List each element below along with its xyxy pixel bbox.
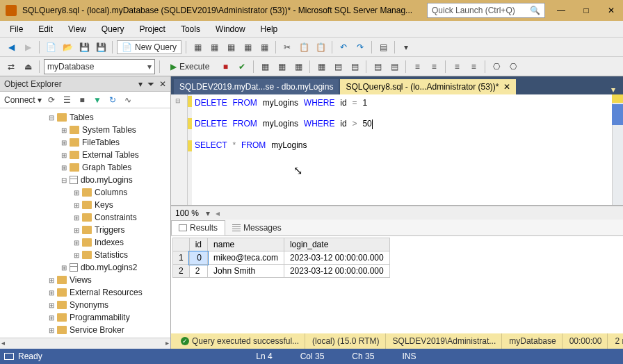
open-button[interactable]: 📂 [60,40,74,54]
tree-triggers[interactable]: ⊞Triggers [0,224,170,236]
oe-filter-icon[interactable]: ☰ [61,94,72,106]
database-combobox[interactable]: myDatabase [44,59,155,74]
quick-launch-input[interactable]: Quick Launch (Ctrl+Q) 🔍 [427,3,545,18]
tree-mylogins[interactable]: ⊟dbo.myLogins [0,174,170,186]
nav-back-button[interactable]: ◀ [4,40,18,54]
hscroll-left-icon[interactable]: ◂ [213,208,222,218]
tab-sqlquery8[interactable]: SQLQuery8.sql - (lo...Administrator (53)… [340,79,515,94]
plan-button-2[interactable]: ▦ [275,60,289,74]
menu-view[interactable]: View [61,23,93,35]
disconnect-button[interactable]: ⏏ [21,60,35,74]
table-row[interactable]: 2 2 John Smith 2023-03-12 00:00:00.000 [173,265,390,278]
menu-query[interactable]: Query [95,23,131,35]
redo-button[interactable]: ↷ [353,40,367,54]
tab-close-icon[interactable]: ✕ [503,82,510,92]
cut-button[interactable]: ✂ [280,40,294,54]
tab-results[interactable]: Results [171,220,225,235]
tree-statistics[interactable]: ⊞Statistics [0,249,170,261]
new-item-button[interactable]: 📄 [44,40,58,54]
execute-button[interactable]: ▶Execute [164,59,216,74]
tab-mylogins-designer[interactable]: SQLDEV2019.myDat...se - dbo.myLogins [174,79,339,94]
selected-cell[interactable]: 0 [189,251,207,265]
oe-sync-icon[interactable]: ↻ [107,94,118,106]
col-login-date[interactable]: login_date [284,238,389,251]
plan-button-3[interactable]: ▦ [291,60,305,74]
copy-button[interactable]: 📋 [297,40,311,54]
oe-filter2-icon[interactable]: ▼ [92,94,103,106]
close-button[interactable]: ✕ [602,3,620,17]
tree-programmability[interactable]: ⊞Programmability [0,311,170,324]
tree-tables[interactable]: ⊟Tables [0,111,170,124]
tb-icon-3[interactable]: ▦ [224,40,238,54]
tree-external-resources[interactable]: ⊞External Resources [0,286,170,299]
menu-edit[interactable]: Edit [31,23,60,35]
menu-window[interactable]: Window [209,23,252,35]
indent-button[interactable]: ≡ [410,60,424,74]
table-row[interactable]: 1 0 mikeo@teca.com 2023-03-12 00:00:00.0… [173,251,390,265]
save-all-button[interactable]: 💾 [94,40,108,54]
menu-help[interactable]: Help [254,23,285,35]
oe-refresh-icon[interactable]: ⟳ [46,94,57,106]
tree-views[interactable]: ⊞Views [0,274,170,286]
zoom-dropdown-icon[interactable]: ▾ [203,208,213,218]
minimize-button[interactable]: — [552,3,570,17]
tree-indexes[interactable]: ⊞Indexes [0,236,170,249]
maximize-button[interactable]: □ [577,3,595,17]
oe-stop-icon[interactable]: ■ [76,94,88,106]
uncomment-button[interactable]: ▤ [387,60,401,74]
plan-button-1[interactable]: ▦ [258,60,272,74]
tree-constraints[interactable]: ⊞Constraints [0,211,170,224]
nav-forward-button[interactable]: ▶ [21,40,35,54]
tree-system-tables[interactable]: ⊞System Tables [0,124,170,136]
tb-icon-1[interactable]: ▦ [191,40,204,54]
oe-activity-icon[interactable]: ∿ [122,94,134,106]
collapse-icon[interactable]: ⊟ [175,97,181,104]
tree-service-broker[interactable]: ⊞Service Broker [0,324,170,336]
editor-overview-ruler[interactable] [612,94,623,205]
object-explorer-tree[interactable]: ⊟Tables ⊞System Tables ⊞FileTables ⊞Exte… [0,108,170,338]
sql-editor[interactable]: ⊟ DELETE FROM myLogins WHERE id = 1 DELE… [171,94,623,206]
menu-file[interactable]: File [3,23,30,35]
panel-close-icon[interactable]: ✕ [159,79,166,89]
tree-synonyms[interactable]: ⊞Synonyms [0,299,170,311]
tree-mylogins2[interactable]: ⊞dbo.myLogins2 [0,261,170,274]
col-name[interactable]: name [208,238,284,251]
tree-filetables[interactable]: ⊞FileTables [0,136,170,149]
tree-columns[interactable]: ⊞Columns [0,186,170,199]
zoom-combobox[interactable]: 100 % [171,208,203,218]
outdent-button[interactable]: ≡ [427,60,441,74]
panel-dropdown-icon[interactable]: ▾ [138,79,143,89]
tb-last-dropdown[interactable]: ▾ [399,40,413,54]
properties-button[interactable]: ▤ [376,40,390,54]
parse-button[interactable]: ✔ [235,60,249,74]
undo-button[interactable]: ↶ [337,40,350,54]
results-grid[interactable]: id name login_date 1 0 mikeo@teca.com 20… [171,236,623,333]
results-grid-button[interactable]: ▦ [314,60,328,74]
include-stats-button[interactable]: ≡ [467,60,480,74]
save-button[interactable]: 💾 [77,40,91,54]
results-file-button[interactable]: ▤ [348,60,362,74]
connect-button[interactable]: Connect ▾ [4,95,42,105]
new-query-button[interactable]: 📄New Query [117,40,181,54]
tab-messages[interactable]: Messages [225,221,289,235]
stop-button[interactable]: ■ [218,60,232,74]
debug-button-2[interactable]: ⎔ [506,60,520,74]
results-text-button[interactable]: ▤ [331,60,345,74]
tree-graph-tables[interactable]: ⊞Graph Tables [0,161,170,174]
comment-button[interactable]: ▤ [371,60,385,74]
debug-button-1[interactable]: ⎔ [490,60,503,74]
tabs-overflow-button[interactable]: ▾ [606,85,620,94]
code-text[interactable]: DELETE FROM myLogins WHERE id = 1 DELETE… [192,94,612,205]
specify-values-button[interactable]: ≡ [450,60,464,74]
object-explorer-scrollbar[interactable] [0,338,170,349]
panel-pin-icon[interactable]: ⏷ [147,79,155,89]
tree-keys[interactable]: ⊞Keys [0,199,170,211]
paste-button[interactable]: 📋 [314,40,327,54]
change-connection-button[interactable]: ⇄ [4,60,18,74]
menu-tools[interactable]: Tools [174,23,207,35]
col-id[interactable]: id [189,238,207,251]
tb-icon-5[interactable]: ▦ [257,40,271,54]
tb-icon-4[interactable]: ▦ [241,40,254,54]
tb-icon-2[interactable]: ▦ [207,40,221,54]
menu-project[interactable]: Project [133,23,172,35]
